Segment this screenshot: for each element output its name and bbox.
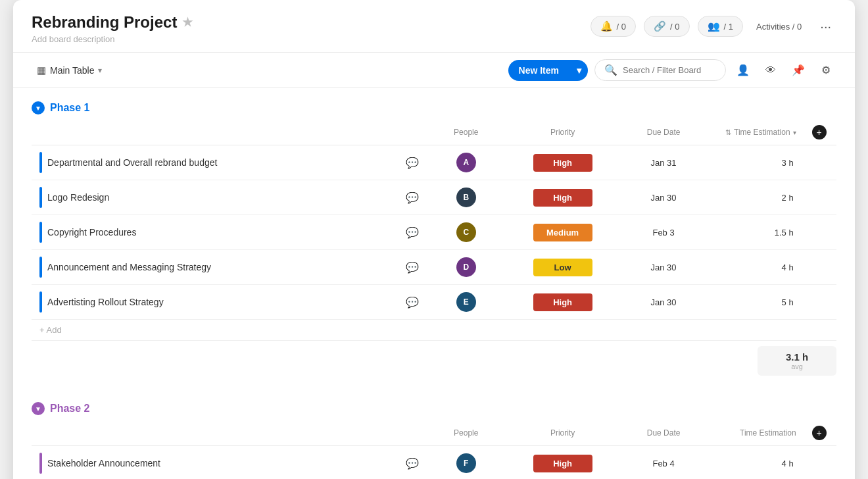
phase1-title[interactable]: Phase 1 [50,102,89,114]
comment-icon[interactable]: 💬 [406,261,419,274]
task-bar [39,152,42,173]
duedate-cell[interactable]: Jan 30 [619,285,707,320]
search-input[interactable] [623,65,716,75]
estimation-label: Time Estimation [734,128,790,137]
main-table-button[interactable]: ▦ Main Table ▾ [32,61,107,80]
table-row: Stakeholder Announcement 💬 FHighFeb 44 h [32,446,836,480]
notification-badge[interactable]: 🔔 / 0 [591,16,636,37]
phase2-title[interactable]: Phase 2 [50,403,89,415]
col2-header-estimation: Time Estimation [708,420,804,446]
phase2-toggle[interactable]: ▼ [32,402,45,415]
phase1-table: People Priority Due Date ⇅ Time Estimati… [32,120,836,341]
task-bar [39,291,42,313]
duedate-cell[interactable]: Feb 3 [619,215,707,250]
estimation-cell: 4 h [708,446,804,480]
eye-icon-button[interactable]: 👁 [760,60,781,81]
priority-badge[interactable]: High [533,154,592,172]
pin-icon-button[interactable]: 📌 [788,60,809,81]
phase1-toggle[interactable]: ▼ [32,101,45,114]
activities-button[interactable]: Activities / 0 [751,19,807,34]
avatar: E [456,292,476,312]
task-bar [39,222,42,243]
task-bar [39,257,42,278]
people-cell: B [427,180,506,215]
add-item-label[interactable]: + Add [32,320,836,341]
duedate-cell[interactable]: Jan 31 [619,145,707,180]
people-badge[interactable]: 👥 / 1 [698,16,743,37]
priority-cell[interactable]: High [506,446,620,480]
table-row: Announcement and Messaging Strategy 💬 DL… [32,250,836,285]
header: Rebranding Project ★ Add board descripti… [13,0,855,53]
task-cell: Announcement and Messaging Strategy 💬 [32,250,427,284]
task-cell: Logo Redesign 💬 [32,180,427,214]
table-row: Logo Redesign 💬 BHighJan 302 h [32,180,836,215]
add-column-button[interactable]: + [812,125,827,139]
search-box[interactable]: 🔍 [594,59,726,81]
duedate-cell[interactable]: Feb 4 [619,446,707,480]
col2-header-people: People [427,420,506,446]
col2-header-task [32,420,427,446]
col-header-people: People [427,120,506,145]
filter-icon-button[interactable]: ⚙ [815,60,836,81]
priority-badge[interactable]: High [533,189,592,207]
col-header-duedate: Due Date [619,120,707,145]
add-row[interactable]: + Add [32,320,836,341]
duedate-cell[interactable]: Jan 30 [619,250,707,285]
more-options-button[interactable]: ··· [815,16,836,37]
star-icon[interactable]: ★ [182,15,193,30]
project-name: Rebranding Project [32,13,177,32]
col2-header-priority: Priority [506,420,620,446]
link-badge[interactable]: 🔗 / 0 [644,16,689,37]
task-name: Copyright Procedures [47,227,400,238]
toolbar-right: New Item ▾ 🔍 👤 👁 📌 ⚙ [508,59,836,81]
task-bar [39,453,42,474]
comment-icon[interactable]: 💬 [406,457,419,470]
phase1-header: ▼ Phase 1 [32,101,836,114]
main-table-label: Main Table [50,65,94,76]
phase1-summary-row: 3.1 h avg [32,346,836,376]
estimation-cell: 4 h [708,250,804,285]
priority-badge[interactable]: High [533,293,592,311]
estimation-chevron-icon[interactable]: ▾ [793,129,796,136]
priority-cell[interactable]: High [506,285,620,320]
estimation-cell: 1.5 h [708,215,804,250]
priority-cell[interactable]: Medium [506,215,620,250]
table-icon: ▦ [37,64,46,76]
people-count: / 1 [724,22,733,32]
priority-badge[interactable]: Low [533,259,592,276]
task-name: Stakeholder Announcement [47,458,400,468]
people-cell: A [427,145,506,180]
phase1-summary-box: 3.1 h avg [758,346,836,376]
task-cell: Copyright Procedures 💬 [32,215,427,249]
user-icon-button[interactable]: 👤 [733,60,754,81]
phase2-table-body: Stakeholder Announcement 💬 FHighFeb 44 h… [32,446,836,480]
priority-cell[interactable]: High [506,180,620,215]
comment-icon[interactable]: 💬 [406,191,419,204]
priority-cell[interactable]: High [506,145,620,180]
col-header-task [32,120,427,145]
phase1-section: ▼ Phase 1 People Priority Due Date ⇅ Tim… [32,101,836,376]
header-left: Rebranding Project ★ Add board descripti… [32,13,193,44]
phase1-table-body: Departmental and Overall rebrand budget … [32,145,836,341]
toolbar-left: ▦ Main Table ▾ [32,61,107,80]
priority-badge[interactable]: High [533,455,592,472]
comment-icon[interactable]: 💬 [406,296,419,309]
people-cell: F [427,446,506,480]
estimation-cell: 3 h [708,145,804,180]
priority-badge[interactable]: Medium [533,224,592,241]
phase1-summary-label: avg [771,363,823,370]
add-column2-button[interactable]: + [812,426,827,440]
new-item-button[interactable]: New Item ▾ [508,60,588,81]
table-row: Departmental and Overall rebrand budget … [32,145,836,180]
col-header-estimation: ⇅ Time Estimation ▾ [708,120,804,145]
header-right: 🔔 / 0 🔗 / 0 👥 / 1 Activities / 0 ··· [591,16,836,37]
task-name: Announcement and Messaging Strategy [47,262,400,272]
comment-icon[interactable]: 💬 [406,157,419,169]
link-count: / 0 [670,22,679,32]
table-row: Advertisting Rollout Strategy 💬 EHighJan… [32,285,836,320]
comment-icon[interactable]: 💬 [406,226,419,239]
priority-cell[interactable]: Low [506,250,620,285]
table-row: Copyright Procedures 💬 CMediumFeb 31.5 h [32,215,836,250]
estimation-cell: 2 h [708,180,804,215]
duedate-cell[interactable]: Jan 30 [619,180,707,215]
